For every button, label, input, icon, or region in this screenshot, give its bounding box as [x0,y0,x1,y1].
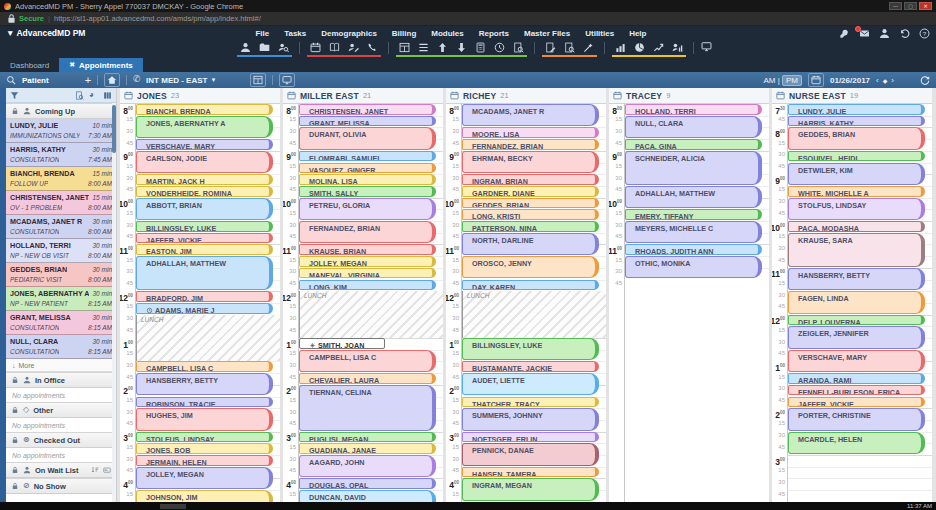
appointment-block[interactable]: ADHALLAH, MATTHEW [136,256,273,290]
appointment-block[interactable]: MCARDLE, HELEN [788,432,925,454]
appointment-block[interactable]: BUSTAMANTE, JACKIE [462,361,599,372]
appointment-block[interactable]: OTHIC, MONIKA [625,256,762,278]
coming-up-appointment[interactable]: NULL, CLARA30 minCONSULTATION8:15 AM [6,335,116,359]
download-icon[interactable] [456,42,467,53]
provider-calendar-icon[interactable] [776,91,785,100]
messages-icon[interactable] [859,28,870,39]
appointment-block[interactable]: JOLLEY, MEGAN [299,256,436,267]
report-edit-icon[interactable] [545,42,556,53]
sidebar-section-no-show[interactable]: ⊘No Show [6,478,116,494]
appointment-block[interactable]: BRADFORD, JIM [136,291,273,302]
appointment-block[interactable]: VONDERHEIDE, ROMINA [136,186,273,197]
menu-tasks[interactable]: Tasks [284,29,306,38]
calculator-icon[interactable] [475,42,486,53]
appointment-block[interactable]: NOFTSGER, ERLIN [462,432,599,443]
appointment-block[interactable]: PENNICK, DANAE [462,443,599,465]
coming-up-appointment[interactable]: CHRISTENSEN, JANET15 minOV - 1 PROBLEM8:… [6,191,116,215]
upload-icon[interactable] [437,42,448,53]
today-button[interactable]: ◆ [883,77,888,84]
minimize-button[interactable]: — [889,2,902,10]
graphs-user-icon[interactable] [672,42,683,53]
coming-up-appointment[interactable]: GRANT, MELISSA30 minCONSULTATION8:15 AM [6,311,116,335]
appointment-block[interactable]: DURANT, OLIVIA [299,127,436,149]
appointment-block[interactable]: VERSCHAVE, MARY [136,139,273,150]
close-button[interactable]: ✕ [919,2,932,10]
appointment-block[interactable]: HANSEN, TAMERA [462,467,599,478]
appointment-block[interactable]: BIANCHI, BRENDA [136,104,273,115]
appointment-block[interactable]: EASTON, JIM [136,244,273,255]
sidebar-section-checked-out[interactable]: ⊗Checked Out [6,432,116,448]
column-header[interactable]: RICHEY21 [446,88,606,104]
appointment-block[interactable]: FERNANDEZ, BRIAN [299,221,436,243]
schedule-canvas[interactable]: LUNCHBIANCHI, BRENDAJONES, ABERNATHY AVE… [136,104,280,502]
support-monitor-icon[interactable] [701,41,712,52]
appointment-block[interactable]: DUNCAN, DAVID [299,490,436,502]
appointment-block[interactable]: DELP, LOUVERNA [788,315,925,326]
sort-icon[interactable] [91,466,99,474]
appointment-block[interactable]: VERSCHAVE, MARY [788,350,925,372]
pm-option[interactable]: PM [782,75,802,86]
appointment-block[interactable]: GUADIANA, JANAE [299,443,436,454]
column-header[interactable]: TRACEY9 [609,88,769,104]
appointment-block[interactable]: LONG, KRISTI [462,209,599,220]
location-dropdown[interactable]: ✆ INT MED - EAST ▼ [133,75,216,85]
menu-file[interactable]: File [255,29,269,38]
sidebar-scrollbar[interactable] [112,103,116,502]
appointment-block[interactable]: JAFFER, VICKIE [136,233,273,244]
appointment-block[interactable]: HANSBERRY, BETTY [136,373,273,395]
graphs-bar-icon[interactable] [615,42,626,53]
menu-master-files[interactable]: Master Files [524,29,570,38]
appointment-block[interactable]: KRAUSE, SARA [788,233,925,267]
schedule-canvas[interactable]: LUNCHMCADAMS, JANET RMOORE, LISAFERNANDE… [462,104,606,502]
appointment-block[interactable]: ARANDA, RAMI [788,373,925,384]
prev-day-button[interactable]: ‹ [876,76,879,85]
schedule-canvas[interactable]: HOLLAND, TERRINULL, CLARAPACA, GINASCHNE… [625,104,769,502]
appointment-block[interactable]: JAFFER, VICKIE [788,397,925,408]
appointment-block[interactable]: LUNDY, JULIE [788,104,925,115]
sidebar-section-on-wait-list[interactable]: On Wait List [6,462,116,478]
appointment-block[interactable]: GEDDES, BRIAN [788,127,925,149]
menu-utilities[interactable]: Utilities [585,29,614,38]
appointment-block[interactable]: MANEVAL, VIRGINIA [299,268,436,279]
appointment-block[interactable]: MEYERS, MICHELLE C [625,221,762,243]
date-display[interactable]: 01/26/2017 [830,76,870,85]
graphs-trend-icon[interactable] [653,42,664,53]
sidebar-section-other[interactable]: ◇Other [6,402,116,418]
maximize-button[interactable]: ▢ [904,2,917,10]
appointment-block[interactable]: NORTH, DARLINE [462,233,599,255]
patient-charts-icon[interactable] [259,42,270,53]
appointment-block[interactable]: VASQUEZ, GINGER [299,163,436,174]
coming-up-appointment[interactable]: JONES, ABERNATHY A30 minNP - NEW PATIENT… [6,287,116,311]
am-pm-toggle[interactable]: AM | PM [763,76,802,85]
calendar-button[interactable] [808,73,824,87]
card-view-icon[interactable] [103,466,111,474]
provider-calendar-icon[interactable] [450,91,459,100]
appointment-block[interactable]: GEDDES, BRIAN [462,198,599,209]
coming-up-appointment[interactable]: LUNDY, JULIE10 minIMMUNIZATIONS ONLY7:30… [6,119,116,143]
appointment-block[interactable]: EMERY, TIFFANY [625,209,762,220]
coming-up-appointment[interactable]: GEDDES, BRIAN30 minPEDIATRIC VISIT8:00 A… [6,263,116,287]
more-button[interactable]: ↓More [6,359,116,372]
appointment-block[interactable]: DETWILER, KIM [788,163,925,185]
coming-up-appointment[interactable]: BIANCHI, BRENDA15 minFOLLOW UP8:00 AM [6,167,116,191]
appointment-block[interactable]: ZEIGLER, JENNIFER [788,326,925,348]
appointment-block[interactable]: CAMPBELL, LISA C [299,350,436,372]
appointment-block[interactable]: ADHALLAH, MATTHEW [625,186,762,208]
appointment-block[interactable]: INGRAM, MEGAN [462,478,599,500]
appointment-block[interactable]: MCADAMS, JANET R [462,104,599,126]
sidebar-section-in-office[interactable]: In Office [6,372,116,388]
coming-up-appointment[interactable]: HOLLAND, TERRI30 minNP - NEW OB VISIT8:0… [6,239,116,263]
appointment-block[interactable]: SUMMERS, JOHNNY [462,408,599,430]
appointment-block[interactable]: HANSBERRY, BETTY [788,268,925,290]
report-review-icon[interactable] [564,42,575,53]
appointment-block[interactable]: JOHNSON, JIM [136,490,273,502]
claim-inquiry-icon[interactable] [513,42,524,53]
appointment-block[interactable]: NULL, CLARA [625,116,762,138]
appointment-block[interactable]: INGRAM, BRIAN [462,174,599,185]
close-tab-icon[interactable]: ✖ [69,61,75,69]
admin-tools-icon[interactable] [839,28,850,39]
user-profile-icon[interactable] [879,28,890,39]
transaction-list-icon[interactable] [418,42,429,53]
appointment-block[interactable]: SMITH, JOAN [299,338,385,349]
appointment-block[interactable]: JONES, BOB [136,443,273,454]
